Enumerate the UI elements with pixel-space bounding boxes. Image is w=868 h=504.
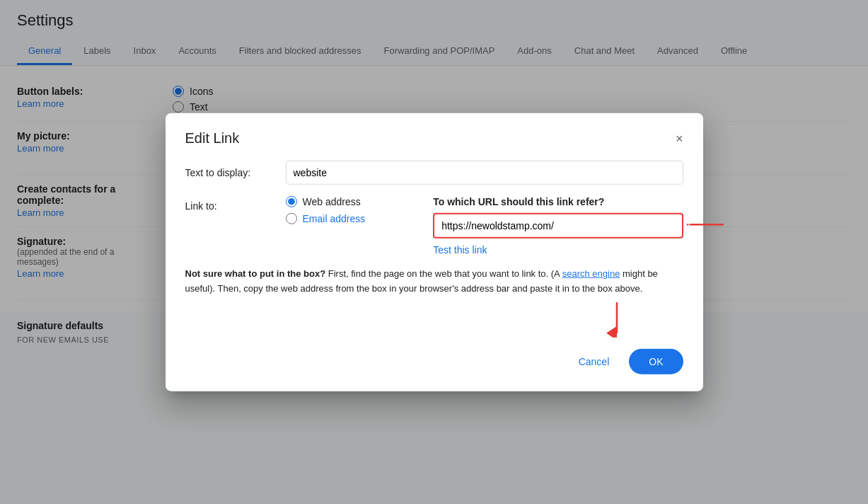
- edit-link-modal: Edit Link × Text to display: Link to: We…: [166, 113, 703, 391]
- modal-title: Edit Link: [185, 130, 240, 147]
- web-address-radio[interactable]: [286, 196, 297, 207]
- ok-button[interactable]: OK: [629, 348, 683, 374]
- web-address-option[interactable]: Web address: [286, 196, 411, 207]
- red-left-arrow-svg: [687, 217, 726, 232]
- modal-header: Edit Link ×: [185, 130, 683, 147]
- email-address-label[interactable]: Email address: [303, 213, 366, 224]
- text-to-display-input[interactable]: [286, 161, 683, 185]
- link-to-content: Web address Email address: [286, 196, 411, 224]
- help-heading: Not sure what to put in the box?: [185, 268, 326, 279]
- test-link[interactable]: Test this link: [433, 244, 487, 256]
- down-arrow-svg: [607, 302, 627, 337]
- web-address-label: Web address: [303, 196, 361, 207]
- email-address-option[interactable]: Email address: [286, 213, 411, 224]
- modal-close-button[interactable]: ×: [676, 132, 683, 144]
- settings-page: Settings General Labels Inbox Accounts F…: [0, 0, 868, 504]
- left-arrow-indicator: [687, 217, 726, 234]
- url-input-wrapper: [433, 213, 683, 239]
- text-to-display-row: Text to display:: [185, 161, 683, 185]
- down-arrow-wrapper: [185, 302, 683, 337]
- url-section: To which URL should this link refer?: [433, 196, 683, 256]
- text-to-display-label: Text to display:: [185, 167, 277, 178]
- help-text: Not sure what to put in the box? First, …: [185, 267, 683, 297]
- email-address-radio[interactable]: [286, 213, 297, 224]
- search-engine-link[interactable]: search engine: [562, 268, 620, 279]
- link-to-label: Link to:: [185, 196, 277, 212]
- url-question: To which URL should this link refer?: [433, 196, 683, 207]
- modal-footer: Cancel OK: [185, 348, 683, 374]
- link-to-options: Web address Email address: [286, 196, 411, 224]
- cancel-button[interactable]: Cancel: [567, 350, 621, 372]
- url-input[interactable]: [433, 213, 683, 239]
- link-to-section: Link to: Web address Email address: [185, 196, 683, 256]
